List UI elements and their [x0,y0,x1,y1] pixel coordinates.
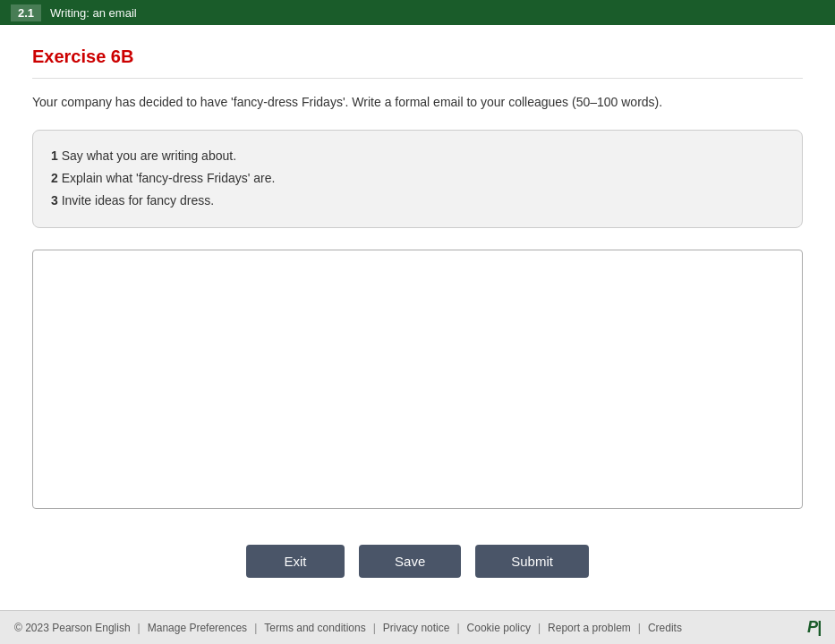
sep-5: | [538,622,541,634]
sep-6: | [638,622,641,634]
cookie-link[interactable]: Cookie policy [467,622,531,634]
hint-number-1: 1 [51,148,58,163]
hint-item-3: 3 Invite ideas for fancy dress. [51,190,784,212]
hint-text-2: Explain what 'fancy-dress Fridays' are. [62,171,276,185]
manage-preferences-link[interactable]: Manage Preferences [148,622,247,634]
writing-area[interactable] [32,250,803,509]
privacy-link[interactable]: Privacy notice [383,622,450,634]
title-divider [32,78,803,79]
hint-item-2: 2 Explain what 'fancy-dress Fridays' are… [51,167,784,190]
submit-button[interactable]: Submit [475,545,589,578]
exit-button[interactable]: Exit [246,545,345,578]
lesson-number: 2.1 [11,4,41,21]
hint-item-1: 1 Say what you are writing about. [51,145,784,167]
hint-number-3: 3 [51,193,58,208]
hint-text-3: Invite ideas for fancy dress. [62,193,214,208]
sep-3: | [373,622,376,634]
exercise-title: Exercise 6B [32,47,803,67]
credits-link[interactable]: Credits [648,622,682,634]
writing-textarea[interactable] [40,258,795,428]
hint-text-1: Say what you are writing about. [62,148,236,163]
sep-4: | [456,622,459,634]
lesson-title: Writing: an email [50,6,137,20]
exercise-instructions: Your company has decided to have 'fancy-… [32,93,803,112]
sep-2: | [254,622,257,634]
footer-right: P| [807,618,821,637]
main-content: Exercise 6B Your company has decided to … [0,25,835,610]
pearson-logo: P| [807,618,821,637]
top-bar: 2.1 Writing: an email [0,0,835,25]
report-link[interactable]: Report a problem [548,622,631,634]
button-row: Exit Save Submit [32,530,803,596]
sep-1: | [138,622,141,634]
footer: © 2023 Pearson English | Manage Preferen… [0,610,835,644]
copyright-text: © 2023 Pearson English [14,622,131,634]
save-button[interactable]: Save [359,545,461,578]
hints-box: 1 Say what you are writing about. 2 Expl… [32,130,803,228]
terms-link[interactable]: Terms and conditions [264,622,365,634]
hint-number-2: 2 [51,171,58,185]
